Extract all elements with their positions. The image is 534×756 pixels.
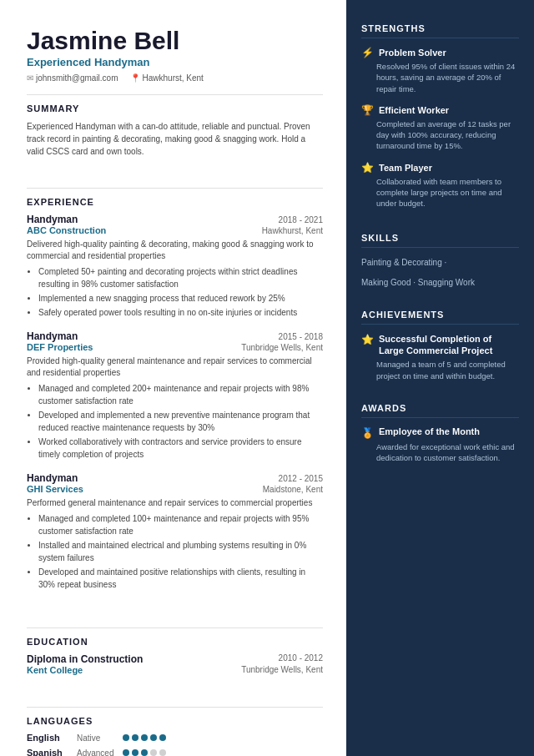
lang-name-english: English [27, 733, 68, 743]
edu-row-1: Diploma in Construction 2010 - 2012 [27, 653, 323, 665]
exp-header-2: Handyman 2015 - 2018 [27, 330, 323, 342]
edu-degree-1: Diploma in Construction [27, 653, 143, 665]
lang-row-spanish: Spanish Advanced [27, 748, 323, 756]
achievement-item-1: ⭐ Successful Completion of Large Commerc… [361, 333, 519, 381]
education-section: Education Diploma in Construction 2010 -… [27, 637, 323, 682]
efficient-worker-icon: 🏆 [361, 104, 374, 116]
exp-item-2: Handyman 2015 - 2018 DEF Properties Tunb… [27, 330, 323, 461]
bullet-2-2: Developed and implemented a new preventi… [38, 409, 323, 434]
team-player-icon: ⭐ [361, 162, 374, 174]
exp-bullets-3: Managed and completed 100+ maintenance a… [27, 512, 323, 591]
strength-item-3: ⭐ Team Player Collaborated with team mem… [361, 162, 519, 209]
education-title: Education [27, 637, 323, 647]
strength-item-1: ⚡ Problem Solver Resolved 95% of client … [361, 47, 519, 94]
dot-en-1 [123, 734, 129, 741]
experience-section: Experience Handyman 2018 - 2021 ABC Cons… [27, 197, 323, 602]
achievements-section: Achievements ⭐ Successful Completion of … [361, 310, 519, 390]
skills-item-1: Painting & Decorating · [361, 256, 519, 270]
exp-company-3: GHI Services [27, 484, 83, 494]
problem-solver-icon: ⚡ [361, 47, 374, 58]
strength-item-2: 🏆 Efficient Worker Completed an average … [361, 104, 519, 152]
left-column: Jasmine Bell Experienced Handyman ✉ john… [0, 0, 346, 756]
edu-location-1: Tunbridge Wells, Kent [241, 665, 323, 674]
exp-company-2: DEF Properties [27, 342, 93, 352]
dot-sp-3 [141, 749, 148, 756]
exp-location-3: Maidstone, Kent [263, 485, 323, 494]
award-item-1: 🏅 Employee of the Month Awarded for exce… [361, 426, 519, 464]
strength-header-1: ⚡ Problem Solver [361, 47, 519, 58]
strength-header-2: 🏆 Efficient Worker [361, 104, 519, 116]
exp-item-3: Handyman 2012 - 2015 GHI Services Maidst… [27, 472, 323, 591]
exp-header-1: Handyman 2018 - 2021 [27, 214, 323, 225]
summary-section: Summary Experienced Handyman with a can-… [27, 103, 323, 163]
languages-section: Languages English Native Spanish Advance… [27, 716, 323, 756]
strengths-title: Strengths [361, 23, 519, 38]
exp-bullets-1: Completed 50+ painting and decorating pr… [27, 265, 323, 319]
exp-location-1: Hawkhurst, Kent [262, 226, 323, 235]
lang-level-spanish: Advanced [77, 748, 114, 757]
dot-en-4 [150, 734, 157, 741]
exp-desc-2: Provided high-quality general maintenanc… [27, 355, 323, 379]
award-desc-1: Awarded for exceptional work ethic and d… [361, 441, 519, 464]
email-contact: ✉ johnsmith@gmail.com [27, 73, 118, 83]
dot-en-3 [141, 734, 148, 741]
experience-title: Experience [27, 197, 323, 207]
strength-name-1: Problem Solver [379, 48, 446, 58]
bullet-1-3: Safely operated power tools resulting in… [38, 306, 323, 319]
dot-en-2 [132, 734, 139, 741]
header: Jasmine Bell Experienced Handyman ✉ john… [27, 27, 323, 83]
bullet-2-3: Worked collaboratively with contractors … [38, 436, 323, 461]
summary-text: Experienced Handyman with a can-do attit… [27, 120, 323, 158]
dot-sp-5 [159, 749, 166, 756]
strength-desc-1: Resolved 95% of client issues within 24 … [361, 61, 519, 94]
edu-divider [27, 707, 323, 708]
exp-dates-3: 2012 - 2015 [279, 474, 323, 483]
bullet-1-2: Implemented a new snagging process that … [38, 292, 323, 305]
candidate-title: Experienced Handyman [27, 56, 323, 68]
exp-divider [27, 627, 323, 628]
strength-header-3: ⭐ Team Player [361, 162, 519, 174]
achievement-desc-1: Managed a team of 5 and completed projec… [361, 359, 519, 381]
exp-company-1: ABC Construction [27, 225, 106, 235]
exp-dates-1: 2018 - 2021 [279, 215, 323, 224]
email-icon: ✉ [27, 73, 33, 83]
email-value: johnsmith@gmail.com [36, 73, 118, 83]
location-contact: 📍 Hawkhurst, Kent [130, 73, 204, 83]
achievement-name-1: Successful Completion of Large Commercia… [379, 333, 519, 357]
strength-desc-3: Collaborated with team members to comple… [361, 176, 519, 209]
bullet-3-2: Installed and maintained electrical and … [38, 539, 323, 564]
awards-title: Awards [361, 403, 519, 418]
edu-dates-1: 2010 - 2012 [279, 653, 323, 663]
achievement-icon-1: ⭐ [361, 334, 374, 345]
exp-desc-3: Performed general maintenance and repair… [27, 497, 323, 509]
bullet-2-1: Managed and completed 200+ maintenance a… [38, 382, 323, 407]
edu-school-row-1: Kent College Tunbridge Wells, Kent [27, 665, 323, 675]
exp-bullets-2: Managed and completed 200+ maintenance a… [27, 382, 323, 461]
achievement-header-1: ⭐ Successful Completion of Large Commerc… [361, 333, 519, 357]
exp-company-row-1: ABC Construction Hawkhurst, Kent [27, 225, 323, 235]
exp-desc-1: Delivered high-quality painting & decora… [27, 239, 323, 262]
strength-desc-2: Completed an average of 12 tasks per day… [361, 118, 519, 152]
languages-title: Languages [27, 716, 323, 726]
bullet-3-1: Managed and completed 100+ maintenance a… [38, 512, 323, 537]
exp-header-3: Handyman 2012 - 2015 [27, 472, 323, 484]
lang-level-english: Native [77, 733, 114, 743]
awards-section: Awards 🏅 Employee of the Month Awarded f… [361, 403, 519, 472]
edu-item-1: Diploma in Construction 2010 - 2012 Kent… [27, 653, 323, 675]
skills-item-2: Making Good · Snagging Work [361, 276, 519, 290]
exp-item-1: Handyman 2018 - 2021 ABC Construction Ha… [27, 214, 323, 319]
exp-company-row-3: GHI Services Maidstone, Kent [27, 484, 323, 494]
lang-name-spanish: Spanish [27, 748, 68, 756]
candidate-name: Jasmine Bell [27, 27, 323, 54]
strength-name-3: Team Player [379, 163, 432, 173]
lang-row-english: English Native [27, 733, 323, 743]
strengths-section: Strengths ⚡ Problem Solver Resolved 95% … [361, 23, 519, 219]
contact-info: ✉ johnsmith@gmail.com 📍 Hawkhurst, Kent [27, 73, 323, 83]
exp-role-3: Handyman [27, 472, 78, 484]
achievements-title: Achievements [361, 310, 519, 325]
award-header-1: 🏅 Employee of the Month [361, 426, 519, 439]
exp-role-2: Handyman [27, 330, 78, 342]
dot-sp-2 [132, 749, 139, 756]
header-divider [27, 94, 323, 95]
dot-sp-4 [150, 749, 157, 756]
